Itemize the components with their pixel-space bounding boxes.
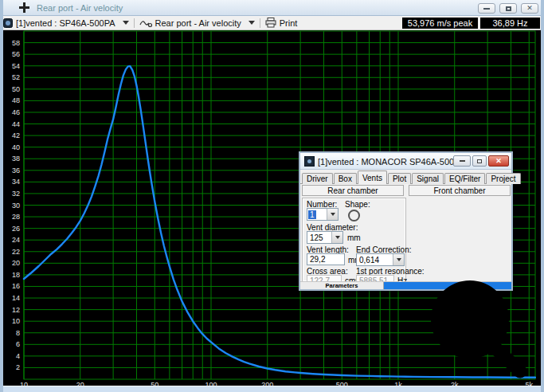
svg-text:4: 4 <box>16 352 20 360</box>
minimize-icon <box>460 160 465 162</box>
number-combobox[interactable]: 1 <box>307 208 339 221</box>
project-selector-label: [1]vented : SP46A-500PA <box>16 18 115 28</box>
shape-circle-icon[interactable] <box>348 210 360 221</box>
svg-text:50: 50 <box>12 85 20 93</box>
svg-text:26: 26 <box>12 225 20 233</box>
vent-diameter-combobox[interactable]: 125 <box>307 231 343 244</box>
window-bottom-frame <box>0 386 544 392</box>
svg-text:22: 22 <box>12 248 20 256</box>
svg-text:24: 24 <box>12 236 20 244</box>
chevron-down-icon <box>331 213 335 216</box>
tab-eq-filter[interactable]: EQ/Filter <box>444 173 485 184</box>
dialog-close-button[interactable]: ✕ <box>488 155 509 167</box>
vent-diameter-unit: mm <box>347 233 361 242</box>
tab-signal[interactable]: Signal <box>412 173 444 184</box>
svg-text:10: 10 <box>12 317 20 325</box>
svg-text:2: 2 <box>16 363 20 371</box>
svg-text:46: 46 <box>12 108 20 116</box>
chevron-down-icon <box>397 258 401 261</box>
plot-selector-label: Rear port - Air velocity <box>155 18 241 28</box>
svg-text:48: 48 <box>12 96 20 104</box>
project-selector[interactable]: [1]vented : SP46A-500PA <box>0 16 132 29</box>
svg-text:30: 30 <box>12 202 20 210</box>
rear-chamber-button[interactable]: Rear chamber <box>302 185 404 196</box>
peak-frequency-readout: 36,89 Hz <box>480 18 540 29</box>
svg-text:18: 18 <box>12 271 20 279</box>
end-correction-combobox[interactable]: 0,614 <box>356 253 405 266</box>
maximize-icon <box>477 159 482 163</box>
svg-text:16: 16 <box>12 282 20 290</box>
print-label: Print <box>280 18 298 28</box>
plot-selector[interactable]: Rear port - Air velocity <box>136 16 258 29</box>
vents-dialog: [1]vented : MONACOR SP46A-500PA ✕ Driver… <box>299 151 513 291</box>
number-value: 1 <box>308 210 316 219</box>
svg-text:38: 38 <box>12 155 20 163</box>
dialog-maximize-button[interactable] <box>472 155 487 167</box>
printer-icon <box>265 18 276 28</box>
dialog-tabs: Driver Box Vents Plot Signal EQ/Filter P… <box>300 170 511 184</box>
svg-text:36: 36 <box>12 167 20 174</box>
chevron-down-icon <box>123 21 129 25</box>
svg-text:32: 32 <box>12 190 20 198</box>
svg-text:20: 20 <box>12 259 20 267</box>
chevron-down-icon <box>249 21 255 25</box>
toolbar-separator <box>134 18 135 28</box>
vent-diameter-value: 125 <box>307 233 331 242</box>
dropdown-button[interactable] <box>331 232 342 243</box>
minimize-icon <box>483 8 490 10</box>
vent-length-field[interactable]: 29,2 <box>307 253 345 265</box>
svg-text:28: 28 <box>12 213 20 221</box>
maximize-button[interactable] <box>499 3 517 14</box>
tab-driver[interactable]: Driver <box>302 173 333 184</box>
speaker-icon <box>304 156 315 167</box>
dialog-minimize-button[interactable] <box>453 155 471 167</box>
svg-text:8: 8 <box>16 329 20 337</box>
svg-text:54: 54 <box>12 62 20 70</box>
end-correction-value: 0,614 <box>357 256 393 265</box>
tab-project[interactable]: Project <box>486 173 520 184</box>
print-button[interactable]: Print <box>262 16 301 29</box>
svg-text:42: 42 <box>12 131 20 139</box>
dialog-statusbar: Parameters <box>300 281 511 289</box>
parameters-status-label: Parameters <box>300 282 384 289</box>
toolbar-separator <box>260 18 260 28</box>
tab-plot[interactable]: Plot <box>388 173 411 184</box>
svg-text:6: 6 <box>16 340 20 348</box>
dropdown-button[interactable] <box>327 209 338 220</box>
dropdown-button[interactable] <box>393 254 404 265</box>
driver-icon <box>3 18 13 28</box>
peak-velocity-readout: 53,976 m/s peak <box>402 18 478 29</box>
svg-text:34: 34 <box>12 178 20 186</box>
toolbar: [1]vented : SP46A-500PA Rear port - Air … <box>0 16 544 30</box>
maximize-icon <box>506 6 511 11</box>
tab-vents[interactable]: Vents <box>358 171 387 184</box>
svg-text:14: 14 <box>12 294 20 302</box>
status-progress-bar <box>384 282 511 289</box>
close-icon: ✕ <box>526 5 533 12</box>
svg-text:58: 58 <box>12 39 20 47</box>
minimize-button[interactable] <box>478 3 495 14</box>
close-button[interactable]: ✕ <box>521 3 538 14</box>
dialog-titlebar[interactable]: [1]vented : MONACOR SP46A-500PA ✕ <box>300 153 511 170</box>
svg-text:40: 40 <box>12 143 20 151</box>
window-title: Rear port - Air velocity <box>37 3 123 13</box>
curve-icon <box>139 18 152 28</box>
dialog-title: [1]vented : MONACOR SP46A-500PA <box>318 157 465 167</box>
svg-text:52: 52 <box>12 73 20 81</box>
front-chamber-button[interactable]: Front chamber <box>409 185 511 196</box>
svg-text:44: 44 <box>12 120 20 128</box>
chevron-down-icon <box>335 236 340 239</box>
shape-label: Shape: <box>345 200 370 209</box>
close-icon: ✕ <box>495 157 502 165</box>
window-titlebar: Rear port - Air velocity ✕ <box>0 0 544 16</box>
svg-text:12: 12 <box>12 306 20 314</box>
tab-box[interactable]: Box <box>334 173 357 184</box>
app-window: Rear port - Air velocity ✕ [1]vented : S… <box>0 0 544 392</box>
svg-text:56: 56 <box>12 50 20 58</box>
move-cross-icon <box>19 2 29 13</box>
